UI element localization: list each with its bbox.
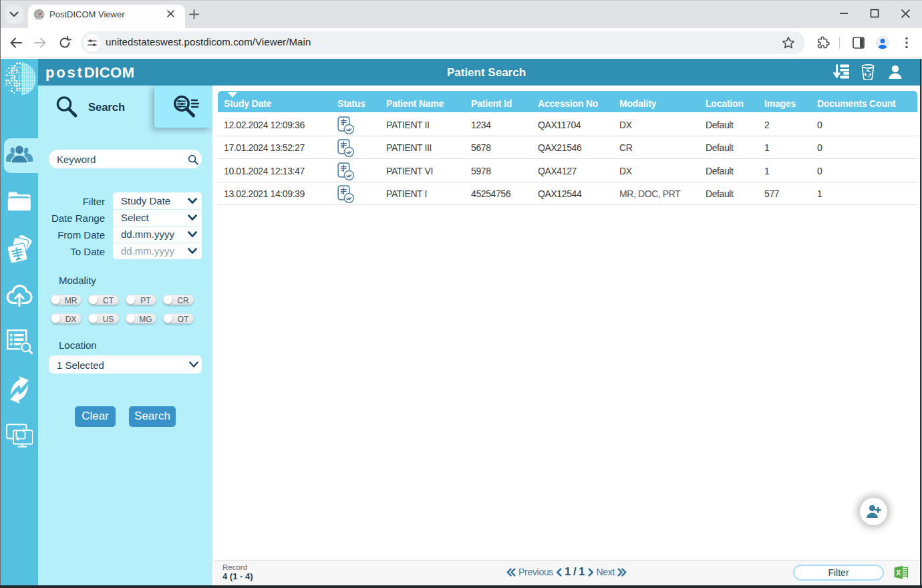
svg-text:X: X (896, 569, 901, 577)
svg-text:1010101010: 1010101010 (21, 94, 37, 96)
